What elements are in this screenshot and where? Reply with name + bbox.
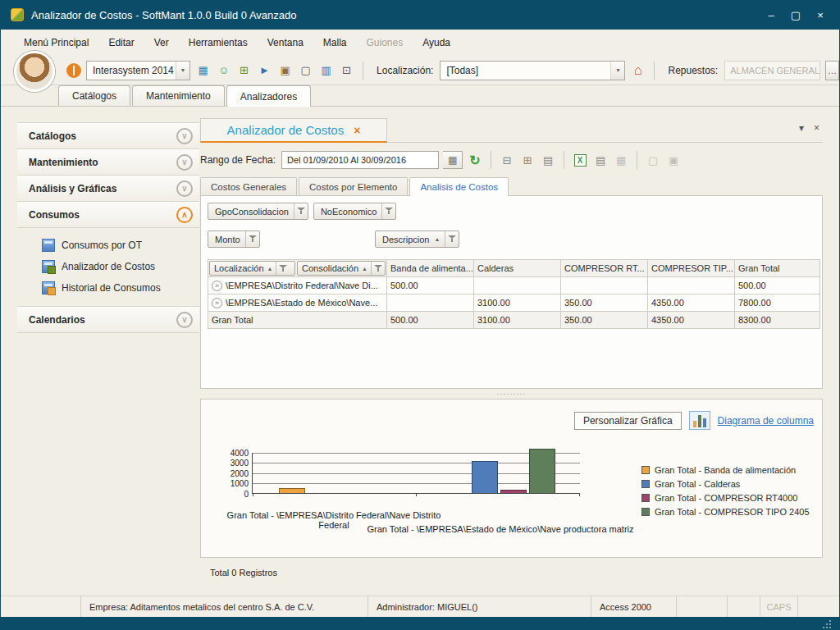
monitor-icon[interactable]: ⊡ bbox=[339, 62, 354, 78]
sidebar-section-analisis[interactable]: Análisis y Gráficas ∨ bbox=[17, 175, 199, 202]
row-field-localizacion[interactable]: Localización ▲ bbox=[209, 261, 295, 276]
column-field-descripcion[interactable]: Descripcion ▲ bbox=[375, 231, 459, 248]
cell-value bbox=[387, 294, 474, 312]
pivot-row[interactable]: » \EMPRESA\Distrito Federal\Nave Di... 5… bbox=[208, 277, 820, 294]
run-icon[interactable]: ► bbox=[257, 62, 272, 78]
menu-ayuda[interactable]: Ayuda bbox=[422, 37, 450, 48]
subtab-costos-generales[interactable]: Costos Generales bbox=[200, 177, 297, 195]
tab-close-icon[interactable]: × bbox=[354, 124, 360, 137]
pivot-row[interactable]: » \EMPRESA\Estado de México\Nave... 3100… bbox=[208, 294, 820, 312]
document-tab-title: Analizador de Costos bbox=[227, 123, 345, 137]
row-field-consolidacion[interactable]: Consolidación ▲ bbox=[297, 261, 386, 276]
splitter-handle[interactable]: ········· bbox=[200, 389, 823, 399]
column-header[interactable]: COMPRESOR TIP... bbox=[648, 260, 735, 277]
legend-item: Gran Total - COMPRESOR TIPO 2405 bbox=[641, 507, 810, 517]
cell-value: 4350.00 bbox=[648, 312, 735, 329]
window-icon[interactable]: ▢ bbox=[298, 62, 313, 78]
close-document-icon[interactable]: × bbox=[814, 122, 819, 134]
chevron-down-icon[interactable]: ▼ bbox=[610, 62, 624, 80]
sidebar-section-consumos[interactable]: Consumos ∧ bbox=[17, 201, 199, 228]
customize-chart-button[interactable]: Personalizar Gráfica bbox=[574, 412, 682, 430]
diagram-type-link[interactable]: Diagrama de columna bbox=[718, 415, 814, 427]
filter-icon[interactable] bbox=[276, 262, 290, 275]
maximize-icon[interactable]: ▢ bbox=[783, 5, 808, 25]
filter-field-noeconomico[interactable]: NoEconomico bbox=[313, 203, 396, 220]
expand-all-icon[interactable]: ⊞ bbox=[519, 152, 536, 168]
calendar-icon[interactable]: ▦ bbox=[443, 151, 463, 169]
window-title: Analizador de Costos - SoftMant 1.0.0 Bu… bbox=[31, 9, 297, 21]
row-label: \EMPRESA\Distrito Federal\Nave Di... bbox=[226, 281, 378, 290]
expand-row-icon[interactable]: » bbox=[212, 281, 222, 291]
columns-icon[interactable]: ▥ bbox=[318, 62, 334, 78]
more-icon[interactable]: … bbox=[825, 61, 839, 80]
user-avatar[interactable] bbox=[14, 51, 55, 92]
localizacion-select[interactable]: [Todas] ▼ bbox=[440, 61, 625, 80]
data-field-monto[interactable]: Monto bbox=[208, 231, 260, 248]
subtab-costos-por-elemento[interactable]: Costos por Elemento bbox=[299, 177, 408, 195]
column-header[interactable]: COMPRESOR RT... bbox=[561, 260, 648, 277]
menu-herramientas[interactable]: Herramientas bbox=[189, 37, 248, 48]
pivot-data-area: Monto Descripcion ▲ bbox=[208, 231, 815, 249]
resize-grip-icon[interactable] bbox=[829, 620, 831, 622]
picture-icon[interactable]: ▦ bbox=[195, 62, 211, 78]
collapse-all-icon[interactable]: ⊟ bbox=[499, 152, 515, 168]
column-chart-icon[interactable] bbox=[689, 411, 710, 430]
tab-mantenimiento[interactable]: Mantenimiento bbox=[132, 85, 225, 106]
sidebar-item-consumos-por-ot[interactable]: Consumos por OT bbox=[17, 235, 199, 256]
sort-asc-icon: ▲ bbox=[362, 266, 368, 272]
alert-status-icon[interactable] bbox=[66, 63, 81, 78]
date-range-input[interactable]: Del 01/09/2010 Al 30/09/2016 bbox=[281, 151, 439, 169]
filter-icon[interactable] bbox=[294, 203, 308, 219]
home-icon[interactable]: ⌂ bbox=[630, 62, 646, 78]
expand-row-icon[interactable]: » bbox=[212, 298, 222, 308]
profile-select[interactable]: Interasystem 2014 ▼ bbox=[86, 61, 190, 80]
column-header[interactable]: Gran Total bbox=[735, 260, 820, 277]
export-excel-icon[interactable]: X bbox=[574, 154, 587, 167]
document-tab-analizador[interactable]: Analizador de Costos × bbox=[200, 118, 387, 143]
sidebar-section-mantenimiento[interactable]: Mantenimiento ∨ bbox=[17, 148, 199, 176]
tab-analizadores[interactable]: Analizadores bbox=[226, 85, 311, 107]
column-header[interactable]: Calderas bbox=[474, 260, 561, 277]
tab-catalogos[interactable]: Catálogos bbox=[58, 85, 130, 106]
subtab-analisis-de-costos[interactable]: Analisis de Costos bbox=[409, 177, 509, 196]
chevron-down-circle-icon[interactable]: ∨ bbox=[176, 312, 193, 328]
column-header[interactable]: Banda de alimenta... bbox=[387, 260, 474, 277]
chevron-up-circle-icon[interactable]: ∧ bbox=[176, 207, 193, 223]
minimize-icon[interactable]: – bbox=[759, 5, 783, 25]
menu-ver[interactable]: Ver bbox=[154, 37, 169, 48]
chevron-down-icon[interactable]: ▼ bbox=[176, 62, 189, 80]
menu-malla[interactable]: Malla bbox=[323, 37, 347, 48]
field-list-icon[interactable]: ▤ bbox=[540, 152, 556, 168]
filter-icon[interactable] bbox=[245, 231, 259, 247]
menu-editar[interactable]: Editar bbox=[108, 37, 134, 48]
tab-list-icon[interactable]: ▾ bbox=[799, 122, 804, 134]
main-toolbar: Interasystem 2014 ▼ ▦ ☺ ⊞ ► ▣ ▢ ▥ ⊡ Loca… bbox=[1, 56, 839, 85]
chevron-down-circle-icon[interactable]: ∨ bbox=[176, 154, 193, 171]
y-tick-label: 0 bbox=[244, 490, 249, 499]
sidebar-item-historial-de-consumos[interactable]: Historial de Consumos bbox=[17, 277, 199, 299]
sidebar-section-calendarios[interactable]: Calendarios ∨ bbox=[17, 306, 199, 333]
chevron-down-circle-icon[interactable]: ∨ bbox=[176, 128, 193, 144]
status-spacer bbox=[728, 596, 760, 617]
filter-icon[interactable] bbox=[381, 203, 395, 219]
chart-panel: Personalizar Gráfica Diagrama de columna… bbox=[200, 399, 823, 558]
toolbar-divider bbox=[491, 151, 491, 169]
sidebar-item-analizador-de-costos[interactable]: Analizador de Costos bbox=[17, 256, 199, 277]
notes-icon[interactable]: ▤ bbox=[592, 152, 609, 168]
close-icon[interactable]: × bbox=[808, 5, 833, 25]
filter-field-gpoconsolidacion[interactable]: GpoConsolidacion bbox=[208, 203, 308, 220]
chart-category-group bbox=[253, 453, 417, 493]
sidebar-section-catalogos[interactable]: Catálogos ∨ bbox=[17, 122, 199, 149]
users-icon[interactable]: ☺ bbox=[216, 62, 231, 78]
table-add-icon[interactable]: ⊞ bbox=[236, 62, 252, 78]
copy-icon[interactable]: ▣ bbox=[277, 62, 293, 78]
refresh-icon[interactable]: ↻ bbox=[467, 152, 483, 168]
cell-value: 500.00 bbox=[387, 277, 474, 294]
filter-icon[interactable] bbox=[445, 231, 459, 247]
chevron-down-circle-icon[interactable]: ∨ bbox=[176, 180, 193, 197]
sort-asc-icon: ▲ bbox=[267, 266, 273, 272]
menu-menu-principal[interactable]: Menú Principal bbox=[24, 37, 89, 48]
filter-icon[interactable] bbox=[371, 262, 385, 275]
field-label: NoEconomico bbox=[321, 207, 377, 217]
menu-ventana[interactable]: Ventana bbox=[267, 37, 304, 48]
